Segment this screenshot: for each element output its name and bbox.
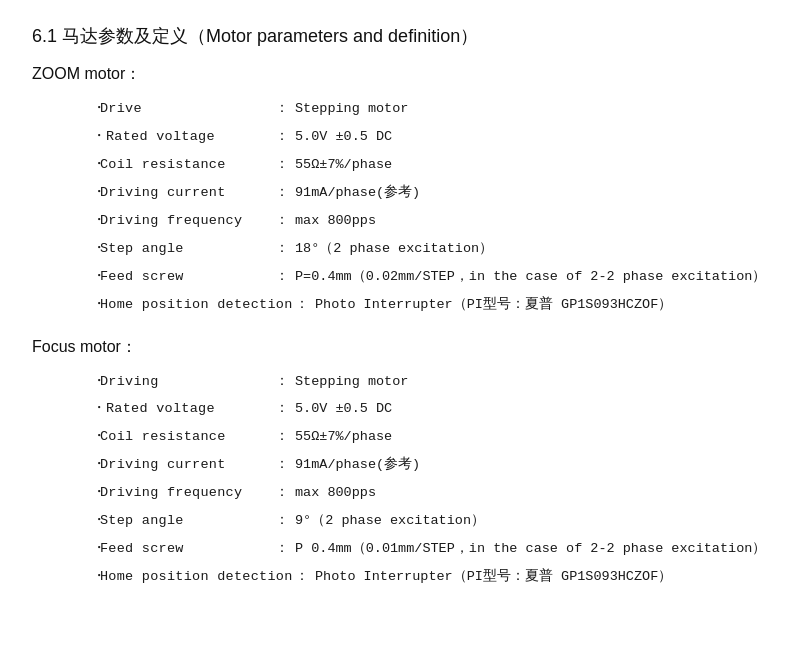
param-row: ・Rated voltage：5.0V ±0.5 DC <box>92 125 768 149</box>
param-name: Step angle <box>100 510 275 533</box>
param-row: ・Driving current：91mA/phase(参考) <box>92 453 768 477</box>
param-value: Photo Interrupter（PI型号：夏普 GP1S093HCZOF） <box>315 566 672 589</box>
param-bullet: ・ <box>92 97 98 121</box>
param-value: 55Ω±7%/phase <box>295 426 392 449</box>
param-row: ・Feed screw：P 0.4mm（0.01mm/STEP，in the c… <box>92 537 768 561</box>
focus-motor-params: ・Driving：Stepping motor・Rated voltage：5.… <box>92 370 768 590</box>
param-row: ・Driving current：91mA/phase(参考) <box>92 181 768 205</box>
zoom-motor-title: ZOOM motor： <box>32 64 768 85</box>
param-colon: ： <box>275 453 289 477</box>
param-name: Coil resistance <box>100 426 275 449</box>
param-colon: ： <box>275 509 289 533</box>
param-row: ・Driving frequency：max 800pps <box>92 481 768 505</box>
param-bullet: ・ <box>92 453 98 477</box>
param-bullet: ・ <box>92 209 98 233</box>
param-bullet: ・ <box>92 237 98 261</box>
param-row: ・Coil resistance：55Ω±7%/phase <box>92 425 768 449</box>
param-colon: ： <box>295 565 309 589</box>
param-bullet: ・ <box>92 537 98 561</box>
param-value: max 800pps <box>295 482 376 505</box>
param-name: Driving current <box>100 454 275 477</box>
param-value: 5.0V ±0.5 DC <box>295 398 392 421</box>
param-bullet: ・ <box>92 397 98 421</box>
param-value: 91mA/phase(参考) <box>295 182 420 205</box>
param-bullet: ・ <box>92 125 98 149</box>
param-bullet: ・ <box>92 153 98 177</box>
param-colon: ： <box>275 125 289 149</box>
param-colon: ： <box>275 181 289 205</box>
param-bullet: ・ <box>92 425 98 449</box>
param-row: ・Step angle：9°（2 phase excitation） <box>92 509 768 533</box>
param-row: ・Rated voltage：5.0V ±0.5 DC <box>92 397 768 421</box>
param-bullet: ・ <box>92 181 98 205</box>
param-name: Step angle <box>100 238 275 261</box>
param-name: Rated voltage <box>100 126 275 149</box>
param-value: max 800pps <box>295 210 376 233</box>
param-row: ・Driving frequency：max 800pps <box>92 209 768 233</box>
param-bullet: ・ <box>92 293 98 317</box>
param-name: Driving frequency <box>100 210 275 233</box>
zoom-motor-params: ・Drive：Stepping motor・Rated voltage：5.0V… <box>92 97 768 317</box>
page-title: 6.1 马达参数及定义（Motor parameters and definit… <box>32 24 768 48</box>
param-row: ・Coil resistance：55Ω±7%/phase <box>92 153 768 177</box>
param-colon: ： <box>275 425 289 449</box>
param-bullet: ・ <box>92 565 98 589</box>
param-colon: ： <box>275 153 289 177</box>
param-value: 91mA/phase(参考) <box>295 454 420 477</box>
param-colon: ： <box>275 370 289 394</box>
param-row: ・Driving：Stepping motor <box>92 370 768 394</box>
param-name: Feed screw <box>100 538 275 561</box>
param-name: Home position detection <box>100 294 295 317</box>
param-name: Coil resistance <box>100 154 275 177</box>
param-bullet: ・ <box>92 481 98 505</box>
param-name: Driving current <box>100 182 275 205</box>
param-colon: ： <box>275 397 289 421</box>
param-colon: ： <box>275 537 289 561</box>
param-colon: ： <box>275 237 289 261</box>
param-value: 18°（2 phase excitation） <box>295 238 493 261</box>
focus-motor-title: Focus motor： <box>32 337 768 358</box>
param-value: P 0.4mm（0.01mm/STEP，in the case of 2-2 p… <box>295 538 766 561</box>
param-bullet: ・ <box>92 265 98 289</box>
param-colon: ： <box>275 97 289 121</box>
param-row: ・Step angle：18°（2 phase excitation） <box>92 237 768 261</box>
param-name: Home position detection <box>100 566 295 589</box>
param-value: 5.0V ±0.5 DC <box>295 126 392 149</box>
param-value: 55Ω±7%/phase <box>295 154 392 177</box>
param-bullet: ・ <box>92 370 98 394</box>
param-name: Feed screw <box>100 266 275 289</box>
param-bullet: ・ <box>92 509 98 533</box>
param-value: P=0.4mm（0.02mm/STEP，in the case of 2-2 p… <box>295 266 766 289</box>
param-colon: ： <box>275 481 289 505</box>
param-value: Stepping motor <box>295 98 408 121</box>
param-value: Photo Interrupter（PI型号：夏普 GP1S093HCZOF） <box>315 294 672 317</box>
param-name: Driving <box>100 371 275 394</box>
param-value: 9°（2 phase excitation） <box>295 510 485 533</box>
param-name: Driving frequency <box>100 482 275 505</box>
param-colon: ： <box>275 209 289 233</box>
param-name: Rated voltage <box>100 398 275 421</box>
param-value: Stepping motor <box>295 371 408 394</box>
param-colon: ： <box>275 265 289 289</box>
param-row: ・Drive：Stepping motor <box>92 97 768 121</box>
param-row: ・Home position detection：Photo Interrupt… <box>92 293 768 317</box>
param-row: ・Feed screw：P=0.4mm（0.02mm/STEP，in the c… <box>92 265 768 289</box>
param-colon: ： <box>295 293 309 317</box>
param-name: Drive <box>100 98 275 121</box>
param-row: ・Home position detection：Photo Interrupt… <box>92 565 768 589</box>
